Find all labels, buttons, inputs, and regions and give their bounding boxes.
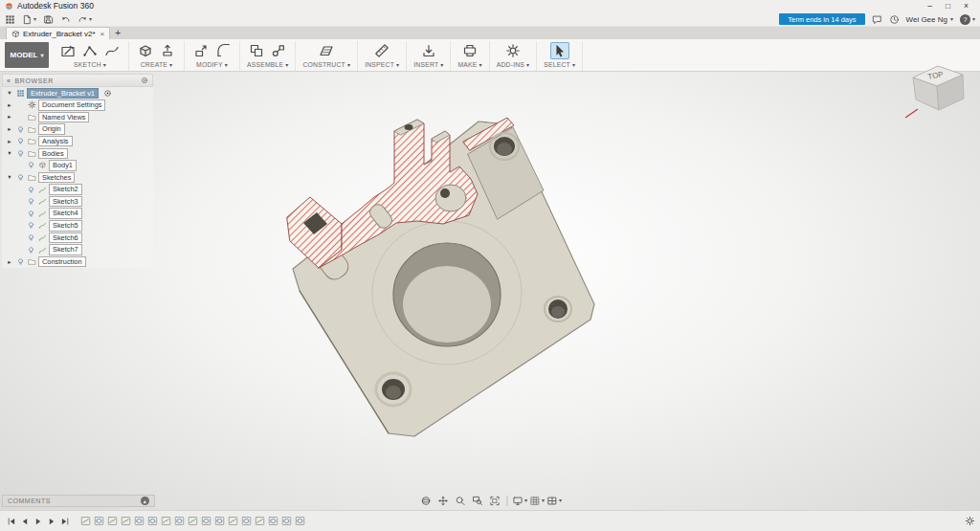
timeline-step-back-button[interactable] <box>18 515 31 527</box>
fit-button[interactable] <box>487 495 502 507</box>
viewports-button[interactable]: ▾ <box>547 495 563 507</box>
viewport-canvas[interactable]: TOP « BROWSER ▾ Extruder_Bracket v1 ▸Doc… <box>0 72 980 510</box>
plane-tool-button[interactable] <box>317 42 336 59</box>
notifications-button[interactable] <box>872 14 882 25</box>
close-button[interactable]: × <box>957 0 975 12</box>
make-tool-button[interactable] <box>460 42 479 59</box>
expand-arrow-icon[interactable]: ▸ <box>6 101 13 109</box>
timeline-feature-1-sketch[interactable] <box>79 515 91 527</box>
quickbar-redo-button[interactable]: ▾ <box>78 14 92 25</box>
new-tab-button[interactable]: + <box>110 27 125 39</box>
zoom-window-button[interactable] <box>470 495 485 507</box>
timeline-skip-to-start-button[interactable] <box>5 515 17 527</box>
help-menu[interactable]: ?▾ <box>960 14 975 25</box>
grid-display-button[interactable]: ▾ <box>530 495 546 507</box>
timeline-skip-to-end-button[interactable] <box>58 515 71 527</box>
orbit-button[interactable] <box>418 495 434 507</box>
timeline-feature-7-sketch[interactable] <box>160 515 171 527</box>
browser-item-construction[interactable]: ▸Construction <box>2 255 153 268</box>
timeline-feature-5-feature[interactable] <box>133 515 145 527</box>
close-tab-button[interactable]: × <box>100 30 105 38</box>
timeline-feature-9-sketch[interactable] <box>187 515 198 527</box>
maximize-button[interactable]: □ <box>939 0 957 12</box>
timeline-feature-11-feature[interactable] <box>213 515 225 527</box>
minimize-button[interactable]: – <box>921 0 939 12</box>
quickbar-app-grid-button[interactable] <box>5 14 15 25</box>
new-component-tool-button[interactable] <box>247 42 266 59</box>
spline-tool-button[interactable] <box>102 42 122 59</box>
expand-arrow-icon[interactable]: ▾ <box>6 173 13 181</box>
extrude-tool-button[interactable] <box>158 42 177 59</box>
ribbon-group-menu-construct[interactable]: CONSTRUCT▾ <box>302 61 350 68</box>
ribbon-group-menu-insert[interactable]: INSERT▾ <box>413 61 443 68</box>
quickbar-file-menu-button[interactable]: ▾ <box>22 14 36 25</box>
view-cube[interactable]: TOP <box>902 56 974 125</box>
expand-arrow-icon[interactable]: ▾ <box>6 89 13 97</box>
ribbon-group-menu-make[interactable]: MAKE▾ <box>457 61 481 68</box>
fillet-tool-button[interactable] <box>213 42 233 59</box>
expand-arrow-icon[interactable]: ▾ <box>6 149 13 157</box>
ribbon-group-menu-create[interactable]: CREATE▾ <box>141 61 172 68</box>
timeline-feature-14-sketch[interactable] <box>254 515 265 527</box>
quickbar-save-button[interactable] <box>43 14 54 25</box>
browser-item-analysis[interactable]: ▸Analysis <box>2 135 153 147</box>
timeline-feature-15-feature[interactable] <box>267 515 278 527</box>
addins-tool-button[interactable] <box>503 42 523 59</box>
browser-item-origin[interactable]: ▸Origin <box>2 123 153 136</box>
browser-item-sketch2[interactable]: Sketch2 <box>2 184 153 196</box>
timeline-settings-button[interactable] <box>965 516 975 526</box>
timeline-feature-16-feature[interactable] <box>280 515 292 527</box>
ribbon-group-menu-select[interactable]: SELECT▾ <box>544 61 575 68</box>
comments-bar[interactable]: COMMENTS ▲ <box>2 495 155 507</box>
expand-arrow-icon[interactable]: ▸ <box>6 258 13 266</box>
browser-item-sketch7[interactable]: Sketch7 <box>2 244 153 256</box>
timeline-feature-12-sketch[interactable] <box>227 515 238 527</box>
expand-arrow-icon[interactable]: ▸ <box>6 113 13 121</box>
browser-item-named-views[interactable]: ▸Named Views <box>2 111 153 123</box>
ribbon-group-menu-add-ins[interactable]: ADD-INS▾ <box>497 61 530 68</box>
browser-item-sketch6[interactable]: Sketch6 <box>2 232 153 244</box>
create-sketch-tool-button[interactable] <box>58 42 78 59</box>
joint-tool-button[interactable] <box>269 42 288 59</box>
ribbon-group-menu-inspect[interactable]: INSPECT▾ <box>365 61 399 68</box>
timeline-feature-6-feature[interactable] <box>146 515 158 527</box>
timeline-feature-8-feature[interactable] <box>173 515 185 527</box>
timeline-feature-10-feature[interactable] <box>200 515 212 527</box>
timeline-play-button[interactable] <box>32 515 44 527</box>
ribbon-group-menu-modify[interactable]: MODIFY▾ <box>196 61 228 68</box>
browser-item-sketch5[interactable]: Sketch5 <box>2 220 153 232</box>
timeline-feature-4-sketch[interactable] <box>120 515 131 527</box>
quickbar-undo-button[interactable] <box>60 14 71 25</box>
activate-component-radio-icon[interactable] <box>103 89 112 98</box>
timeline-feature-13-feature[interactable] <box>240 515 252 527</box>
expand-arrow-icon[interactable]: ▸ <box>6 125 13 133</box>
workspace-switcher[interactable]: MODEL ▾ <box>5 42 49 68</box>
timeline-step-forward-button[interactable] <box>45 515 57 527</box>
browser-item-bodies[interactable]: ▾Bodies <box>2 147 153 160</box>
insert-mesh-tool-button[interactable] <box>419 42 438 59</box>
timeline-feature-2-feature[interactable] <box>93 515 104 527</box>
job-status-button[interactable] <box>889 14 900 25</box>
expand-arrow-icon[interactable]: ▸ <box>6 138 13 145</box>
timeline-feature-17-feature[interactable] <box>294 515 305 527</box>
display-settings-button[interactable]: ▾ <box>513 495 528 507</box>
select-tool-button[interactable] <box>550 42 569 59</box>
timeline-feature-3-sketch[interactable] <box>106 515 118 527</box>
browser-item-sketches[interactable]: ▾Sketches <box>2 171 153 184</box>
browser-root-item[interactable]: ▾ Extruder_Bracket v1 <box>2 87 153 100</box>
browser-item-document-settings[interactable]: ▸Document Settings <box>2 100 153 112</box>
document-tab[interactable]: Extruder_Bracket v2* × <box>6 27 110 39</box>
display-filter-radio-icon[interactable] <box>141 77 148 84</box>
user-menu[interactable]: Wei Gee Ng▾ <box>906 15 953 24</box>
ribbon-group-menu-assemble[interactable]: ASSEMBLE▾ <box>247 61 288 68</box>
pan-button[interactable] <box>435 495 451 507</box>
measure-tool-button[interactable] <box>372 42 391 59</box>
ribbon-group-menu-sketch[interactable]: SKETCH▾ <box>74 61 106 68</box>
browser-item-sketch3[interactable]: Sketch3 <box>2 195 153 208</box>
collapse-panel-button[interactable]: « <box>7 77 11 84</box>
zoom-button[interactable] <box>453 495 468 507</box>
expand-comments-button[interactable]: ▲ <box>141 497 149 505</box>
line-tool-button[interactable] <box>80 42 100 59</box>
browser-item-sketch4[interactable]: Sketch4 <box>2 208 153 220</box>
browser-item-body1[interactable]: Body1 <box>2 160 153 172</box>
